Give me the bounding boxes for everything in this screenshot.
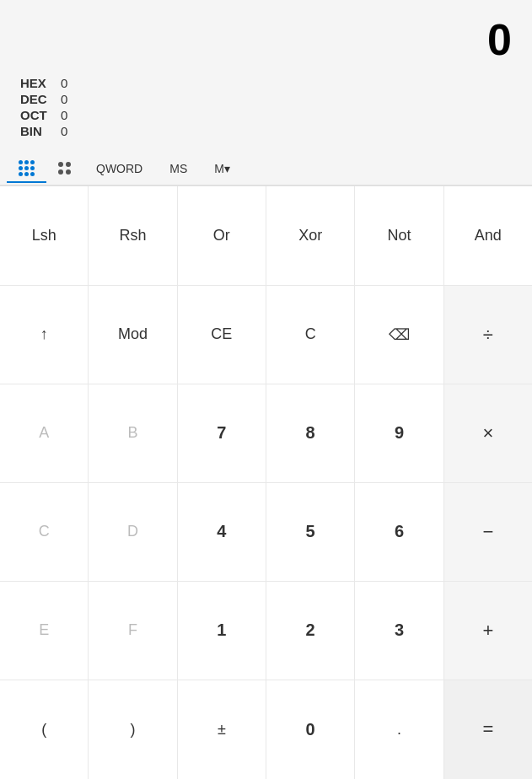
number-bases: HEX 0 DEC 0 OCT 0 BIN 0 <box>20 73 512 145</box>
history-view-button[interactable] <box>46 157 83 181</box>
main-display: 0 <box>20 13 512 73</box>
key-c[interactable]: C <box>266 286 355 384</box>
key-mod[interactable]: Mod <box>89 286 177 384</box>
key-rsh[interactable]: Rsh <box>89 186 177 285</box>
key-shift[interactable]: ↑ <box>0 286 89 384</box>
qword-button[interactable]: QWORD <box>83 157 156 180</box>
keypad-row-1: ↑ModCEC⌫÷ <box>0 286 532 384</box>
key-d: D <box>89 483 177 582</box>
key-negate[interactable]: ± <box>178 680 266 779</box>
key-ce[interactable]: CE <box>178 286 266 384</box>
keypad: LshRshOrXorNotAnd↑ModCEC⌫÷AB789×CD456−EF… <box>0 186 532 779</box>
key-backspace[interactable]: ⌫ <box>355 286 443 384</box>
key-and[interactable]: And <box>444 186 532 285</box>
ms-button[interactable]: MS <box>156 157 201 180</box>
key-5[interactable]: 5 <box>266 483 355 582</box>
key-multiply[interactable]: × <box>444 384 532 483</box>
grid-icon <box>19 160 35 176</box>
toolbar: QWORD MS M▾ <box>0 152 532 186</box>
keypad-row-5: ()±0.= <box>0 680 532 779</box>
oct-label: OCT <box>20 108 51 122</box>
key-divide[interactable]: ÷ <box>444 286 532 384</box>
history-icon <box>58 162 71 175</box>
bin-row: BIN 0 <box>20 124 512 138</box>
key-c_hex: C <box>0 483 89 582</box>
dec-row: DEC 0 <box>20 92 512 106</box>
display-value: 0 <box>487 15 512 64</box>
key-9[interactable]: 9 <box>355 384 443 483</box>
key-or[interactable]: Or <box>178 186 266 285</box>
key-1[interactable]: 1 <box>178 582 266 680</box>
hex-value: 0 <box>61 76 67 90</box>
bin-value: 0 <box>61 124 67 138</box>
key-6[interactable]: 6 <box>355 483 443 582</box>
key-f: F <box>89 582 177 680</box>
memory-button[interactable]: M▾ <box>201 157 244 180</box>
bin-label: BIN <box>20 124 51 138</box>
key-8[interactable]: 8 <box>266 384 355 483</box>
display-area: 0 HEX 0 DEC 0 OCT 0 BIN 0 <box>0 0 532 152</box>
dec-label: DEC <box>20 92 51 106</box>
key-add[interactable]: + <box>444 582 532 680</box>
key-4[interactable]: 4 <box>178 483 266 582</box>
keypad-row-0: LshRshOrXorNotAnd <box>0 186 532 285</box>
key-xor[interactable]: Xor <box>266 186 355 285</box>
key-0[interactable]: 0 <box>266 680 355 779</box>
key-e: E <box>0 582 89 680</box>
key-rparen[interactable]: ) <box>89 680 177 779</box>
key-7[interactable]: 7 <box>178 384 266 483</box>
key-b: B <box>89 384 177 483</box>
dec-value: 0 <box>61 92 67 106</box>
oct-value: 0 <box>61 108 67 122</box>
hex-row: HEX 0 <box>20 76 512 90</box>
keypad-row-2: AB789× <box>0 384 532 483</box>
key-3[interactable]: 3 <box>355 582 443 680</box>
hex-label: HEX <box>20 76 51 90</box>
standard-view-button[interactable] <box>7 155 46 183</box>
key-equals[interactable]: = <box>444 680 532 779</box>
key-lparen[interactable]: ( <box>0 680 89 779</box>
oct-row: OCT 0 <box>20 108 512 122</box>
key-lsh[interactable]: Lsh <box>0 186 89 285</box>
key-not[interactable]: Not <box>355 186 443 285</box>
keypad-row-3: CD456− <box>0 483 532 582</box>
keypad-row-4: EF123+ <box>0 582 532 680</box>
key-subtract[interactable]: − <box>444 483 532 582</box>
key-a: A <box>0 384 89 483</box>
key-2[interactable]: 2 <box>266 582 355 680</box>
key-decimal[interactable]: . <box>355 680 443 779</box>
